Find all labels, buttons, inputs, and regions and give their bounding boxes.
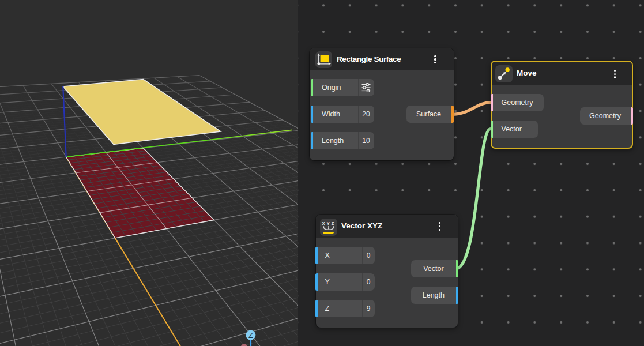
svg-text:Z: Z bbox=[331, 221, 334, 226]
svg-text:Y: Y bbox=[326, 221, 329, 226]
svg-text:X: X bbox=[322, 221, 325, 226]
